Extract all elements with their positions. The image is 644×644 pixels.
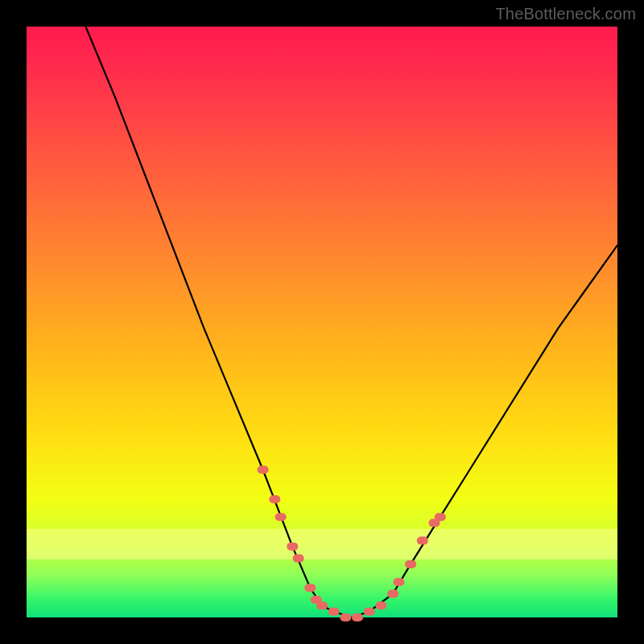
curve-line: [85, 27, 617, 617]
curve-marker: [393, 578, 404, 586]
curve-marker: [417, 537, 428, 545]
curve-marker: [375, 601, 386, 609]
watermark-text: TheBottleneck.com: [495, 5, 636, 23]
chart-frame: TheBottleneck.com: [0, 0, 644, 644]
curve-marker: [275, 513, 287, 521]
plot-area: [27, 27, 617, 617]
curve-marker: [269, 495, 280, 503]
curve-marker: [328, 608, 340, 616]
curve-markers: [258, 466, 446, 622]
curve-marker: [293, 555, 304, 563]
curve-marker: [435, 513, 446, 521]
bottleneck-curve: [27, 27, 617, 617]
curve-marker: [405, 560, 416, 568]
curve-marker: [364, 608, 375, 616]
curve-marker: [316, 601, 328, 609]
curve-marker: [352, 613, 363, 621]
curve-marker: [304, 584, 316, 592]
curve-marker: [387, 590, 398, 598]
curve-marker: [287, 543, 298, 551]
curve-marker: [258, 466, 269, 474]
curve-marker: [340, 613, 351, 621]
